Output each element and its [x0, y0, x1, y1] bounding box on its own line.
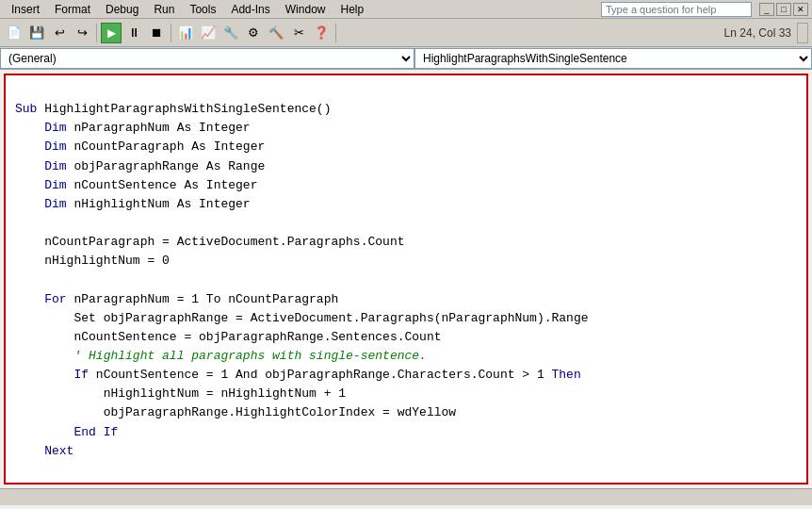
- help-search-area: [601, 2, 752, 17]
- code-area: Sub HighlightParagraphsWithSingleSentenc…: [4, 74, 808, 484]
- menu-insert[interactable]: Insert: [4, 0, 47, 18]
- status-bar: [0, 488, 812, 505]
- toolbar-save-button[interactable]: 💾: [26, 23, 47, 43]
- menu-debug[interactable]: Debug: [98, 0, 146, 18]
- menu-help[interactable]: Help: [333, 0, 371, 18]
- menu-bar: Insert Format Debug Run Tools Add-Ins Wi…: [0, 0, 812, 19]
- toolbar-undo-button[interactable]: ↩: [49, 23, 70, 43]
- procedure-dropdown[interactable]: HighlightParagraphsWithSingleSentence: [414, 48, 812, 69]
- toolbar-tools1-button[interactable]: 🔧: [220, 23, 241, 43]
- toolbar-redo-button[interactable]: ↪: [72, 23, 92, 43]
- toolbar-run-button[interactable]: ▶: [101, 23, 122, 43]
- toolbar-reset-button[interactable]: ⏹: [146, 23, 167, 43]
- scope-dropdown[interactable]: (General): [0, 48, 414, 69]
- toolbar-help-button[interactable]: ❓: [311, 23, 332, 43]
- toolbar-chart1-button[interactable]: 📊: [175, 23, 196, 43]
- toolbar-view-button[interactable]: 📄: [4, 23, 24, 43]
- restore-button[interactable]: □: [776, 3, 791, 16]
- cursor-position: Ln 24, Col 33: [724, 26, 791, 40]
- menu-tools[interactable]: Tools: [182, 0, 223, 18]
- toolbar-chart2-button[interactable]: 📈: [198, 23, 219, 43]
- toolbar: 📄 💾 ↩ ↪ ▶ ⏸ ⏹ 📊 📈 🔧 ⚙ 🔨 ✂ ❓ Ln 24, Col 3…: [0, 19, 812, 47]
- menu-window[interactable]: Window: [278, 0, 333, 18]
- code-content[interactable]: Sub HighlightParagraphsWithSingleSentenc…: [6, 75, 806, 483]
- menu-run[interactable]: Run: [146, 0, 182, 18]
- toolbar-sep-2: [171, 24, 171, 42]
- toolbar-scrollbar[interactable]: [797, 23, 808, 43]
- minimize-button[interactable]: _: [759, 3, 774, 16]
- toolbar-tools2-button[interactable]: ⚙: [243, 23, 264, 43]
- menu-addins[interactable]: Add-Ins: [223, 0, 277, 18]
- toolbar-sep-3: [335, 24, 336, 42]
- close-button[interactable]: ✕: [793, 3, 808, 16]
- toolbar-sep-1: [96, 24, 97, 42]
- dropdowns-row: (General) HighlightParagraphsWithSingleS…: [0, 47, 812, 70]
- toolbar-break-button[interactable]: ⏸: [123, 23, 144, 43]
- toolbar-tools3-button[interactable]: 🔨: [266, 23, 286, 43]
- menu-format[interactable]: Format: [47, 0, 98, 18]
- help-search-input[interactable]: [601, 2, 752, 17]
- toolbar-tools4-button[interactable]: ✂: [288, 23, 309, 43]
- window-controls: _ □ ✕: [759, 3, 808, 16]
